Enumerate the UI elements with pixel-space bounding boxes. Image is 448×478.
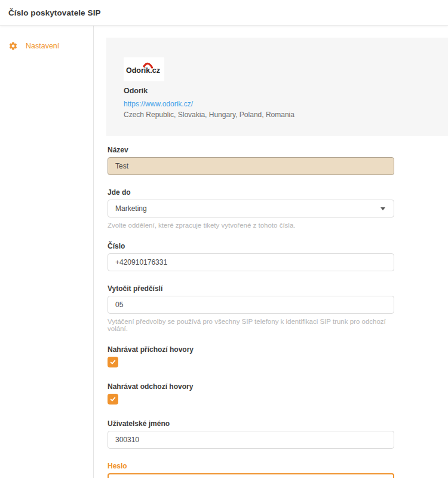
provider-countries: Czech Republic, Slovakia, Hungary, Polan…	[124, 111, 436, 119]
field-group-record-incoming: Nahrávat příchozí hovory	[108, 345, 394, 367]
field-group-nazev: Název	[108, 146, 394, 175]
field-group-username: Uživatelské jméno	[108, 419, 394, 449]
provider-card: Odorik.cz Odorik https://www.odorik.cz/ …	[106, 38, 448, 136]
field-group-predcisli: Vytočit předčíslí Vytáčení předvolby se …	[108, 284, 394, 332]
svg-text:Odorik.cz: Odorik.cz	[126, 66, 160, 75]
page-header: Číslo poskytovatele SIP	[0, 0, 448, 25]
record-outgoing-label: Nahrávat odchozí hovory	[108, 382, 394, 391]
field-group-record-outgoing: Nahrávat odchozí hovory	[108, 382, 394, 405]
odorik-logo-icon: Odorik.cz	[125, 60, 162, 78]
record-incoming-label: Nahrávat příchozí hovory	[108, 345, 394, 354]
layout: Nastavení Odorik.cz Odorik https://www.o…	[0, 25, 448, 478]
field-group-jde-do: Jde do Marketing Zvolte oddělení, které …	[108, 188, 394, 229]
check-icon	[109, 358, 116, 366]
sidebar: Nastavení	[0, 25, 94, 478]
provider-url-link[interactable]: https://www.odorik.cz/	[124, 100, 193, 108]
nazev-label: Název	[108, 146, 394, 154]
username-label: Uživatelské jméno	[108, 419, 394, 428]
password-input[interactable]	[108, 473, 394, 478]
caret-down-icon	[381, 207, 385, 210]
record-outgoing-checkbox[interactable]	[108, 394, 118, 405]
cislo-label: Číslo	[108, 242, 394, 250]
record-incoming-checkbox[interactable]	[108, 357, 118, 367]
sidebar-item-label: Nastavení	[26, 42, 59, 50]
jde-do-select[interactable]: Marketing	[108, 200, 394, 217]
field-group-password: Heslo	[108, 462, 394, 478]
check-icon	[109, 396, 116, 403]
cislo-input[interactable]	[108, 253, 394, 271]
jde-do-label: Jde do	[108, 188, 394, 197]
predcisli-label: Vytočit předčíslí	[108, 284, 394, 293]
sip-provider-form: Název Jde do Marketing Zvolte oddělení, …	[108, 146, 394, 478]
jde-do-help-text: Zvolte oddělení, které zpracuje tikety v…	[108, 222, 394, 229]
sidebar-item-settings[interactable]: Nastavení	[0, 39, 93, 53]
provider-logo: Odorik.cz	[124, 57, 164, 81]
password-label: Heslo	[108, 462, 394, 470]
gear-icon	[8, 41, 18, 51]
username-input[interactable]	[108, 431, 394, 449]
field-group-cislo: Číslo	[108, 242, 394, 271]
predcisli-help-text: Vytáčení předvolby se používá pro všechn…	[108, 318, 394, 332]
nazev-input[interactable]	[108, 157, 394, 175]
jde-do-selected-value: Marketing	[115, 204, 147, 213]
provider-name: Odorik	[124, 87, 436, 95]
page-title: Číslo poskytovatele SIP	[8, 8, 101, 17]
predcisli-input[interactable]	[108, 296, 394, 314]
main-content: Odorik.cz Odorik https://www.odorik.cz/ …	[94, 25, 448, 478]
